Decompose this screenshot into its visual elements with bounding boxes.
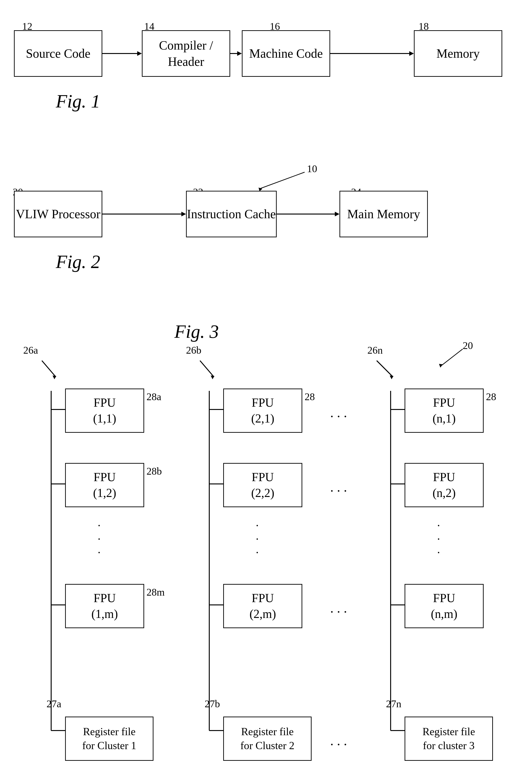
fpu-1-2-box: FPU(1,2) bbox=[65, 463, 144, 507]
fpu-n-1-box: FPU(n,1) bbox=[405, 389, 483, 433]
ref-28b: 28b bbox=[147, 465, 162, 477]
ref-26a: 26a bbox=[23, 344, 38, 356]
ref-26n: 26n bbox=[367, 344, 383, 356]
ref-28-c2-1: 28 bbox=[304, 391, 315, 403]
machine-code-box: Machine Code bbox=[242, 30, 330, 77]
fig2-label: Fig. 2 bbox=[56, 251, 100, 273]
svg-marker-9 bbox=[335, 212, 340, 216]
fpu-2-2-box: FPU(2,2) bbox=[223, 463, 302, 507]
svg-marker-1 bbox=[137, 51, 142, 56]
source-code-box: Source Code bbox=[14, 30, 102, 77]
svg-line-14 bbox=[200, 361, 214, 377]
diagram-container: 12 Source Code 14 Compiler / Header 16 M… bbox=[0, 0, 532, 778]
dots-between-clusters-fpum: . . . bbox=[330, 600, 347, 616]
fpu-n-2-box: FPU(n,2) bbox=[405, 463, 483, 507]
memory-box: Memory bbox=[414, 30, 502, 77]
fpu-2-m-box: FPU(2,m) bbox=[223, 584, 302, 628]
register-file-1-box: Register filefor Cluster 1 bbox=[65, 717, 154, 761]
fig1-label: Fig. 1 bbox=[56, 91, 100, 112]
svg-line-10 bbox=[260, 172, 304, 188]
ref-28-c3-1: 28 bbox=[486, 391, 496, 403]
ref-26b: 26b bbox=[186, 344, 201, 356]
ref-20-fig3: 20 bbox=[463, 340, 473, 352]
main-memory-box: Main Memory bbox=[340, 191, 428, 237]
fpu-n-m-box: FPU(n,m) bbox=[405, 584, 483, 628]
dots-between-clusters-fpu1: . . . bbox=[330, 405, 347, 420]
svg-line-12 bbox=[42, 361, 56, 377]
ref-10: 10 bbox=[307, 163, 317, 175]
fpu-1-1-box: FPU(1,1) bbox=[65, 389, 144, 433]
ref-27a: 27a bbox=[47, 698, 61, 710]
svg-marker-19 bbox=[439, 364, 443, 368]
register-file-2-box: Register filefor Cluster 2 bbox=[223, 717, 312, 761]
fig3-label: Fig. 3 bbox=[174, 321, 219, 342]
svg-marker-3 bbox=[237, 51, 242, 56]
svg-marker-5 bbox=[409, 51, 414, 56]
ref-28m: 28m bbox=[147, 586, 165, 598]
svg-line-16 bbox=[377, 361, 393, 377]
fpu-1-m-box: FPU(1,m) bbox=[65, 584, 144, 628]
svg-marker-15 bbox=[211, 376, 214, 379]
dots-between-clusters-reg: . . . bbox=[330, 733, 347, 749]
ref-27n: 27n bbox=[386, 698, 401, 710]
vliw-processor-box: VLIW Processor bbox=[14, 191, 102, 237]
svg-marker-7 bbox=[181, 212, 186, 216]
dots-between-clusters-fpu2: . . . bbox=[330, 479, 347, 495]
instruction-cache-box: Instruction Cache bbox=[186, 191, 277, 237]
fpu-2-1-box: FPU(2,1) bbox=[223, 389, 302, 433]
dots-cluster3: ··· bbox=[437, 519, 442, 559]
dots-cluster2: ··· bbox=[256, 519, 261, 559]
compiler-header-box: Compiler / Header bbox=[142, 30, 230, 77]
svg-marker-17 bbox=[390, 376, 393, 379]
svg-line-18 bbox=[442, 349, 463, 365]
dots-cluster1: ··· bbox=[98, 519, 103, 559]
ref-27b: 27b bbox=[205, 698, 220, 710]
svg-marker-13 bbox=[53, 376, 56, 379]
ref-28a: 28a bbox=[147, 391, 161, 403]
register-file-3-box: Register filefor cluster 3 bbox=[405, 717, 493, 761]
